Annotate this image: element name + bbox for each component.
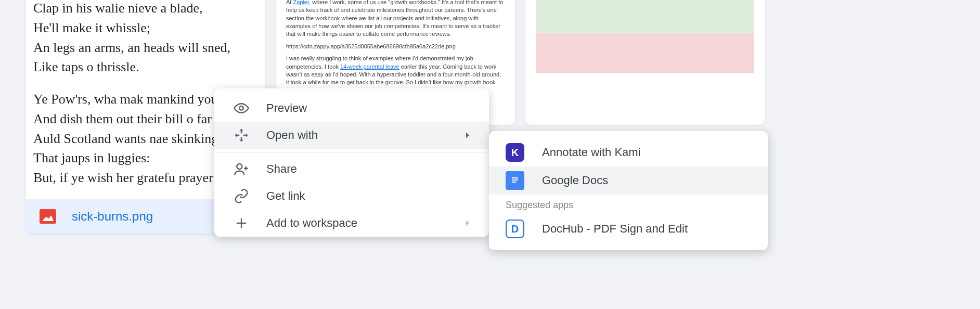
article-url: https://cdn.zappy.app/a3525d0055abe68669…	[286, 43, 505, 50]
google-docs-app-icon	[506, 171, 524, 190]
svg-rect-5	[512, 182, 516, 183]
submenu-label: Annotate with Kami	[542, 146, 641, 159]
open-with-icon	[231, 127, 252, 143]
menu-share[interactable]: Share	[214, 156, 489, 183]
submenu-dochub[interactable]: D DocHub - PDF Sign and Edit	[489, 215, 768, 243]
submenu-label: DocHub - PDF Sign and Edit	[542, 222, 688, 236]
svg-point-0	[239, 106, 243, 110]
dochub-app-icon: D	[506, 220, 524, 238]
menu-label: Add to workspace	[266, 216, 357, 230]
chevron-right-icon	[463, 218, 472, 228]
menu-add-workspace[interactable]: Add to workspace	[214, 210, 489, 237]
file-name: sick-burns.png	[72, 209, 153, 224]
plus-icon	[231, 216, 252, 230]
menu-open-with[interactable]: Open with	[214, 122, 489, 149]
chevron-right-icon	[463, 131, 472, 140]
svg-point-1	[237, 164, 242, 169]
suggested-apps-label: Suggested apps	[489, 195, 768, 215]
submenu-kami[interactable]: K Annotate with Kami	[489, 138, 768, 166]
eye-icon	[231, 100, 252, 116]
menu-label: Preview	[266, 101, 307, 115]
open-with-submenu: K Annotate with Kami Google Docs Suggest…	[489, 131, 768, 250]
poem-line: Like taps o thrissle.	[33, 57, 258, 77]
submenu-google-docs[interactable]: Google Docs	[489, 166, 768, 195]
file-card-spreadsheet[interactable]	[525, 0, 765, 125]
kami-app-icon: K	[506, 143, 524, 162]
article-link: 14-week parental leave	[340, 63, 399, 70]
poem-blank	[33, 77, 258, 89]
menu-label: Share	[266, 162, 297, 176]
svg-rect-4	[512, 179, 518, 181]
image-file-icon	[40, 209, 56, 224]
poem-line: He'll make it whissle;	[33, 18, 258, 38]
menu-get-link[interactable]: Get link	[214, 183, 489, 210]
menu-preview[interactable]: Preview	[214, 95, 489, 122]
article-paragraph: At Zapier, where I work, some of us use …	[286, 0, 505, 38]
context-menu: Preview Open with Share Get link Add to …	[214, 88, 489, 237]
article-link: Zapier	[293, 0, 309, 5]
poem-line: An legs an arms, an heads will sned,	[33, 38, 258, 58]
menu-divider	[214, 152, 489, 152]
spreadsheet-thumbnail	[536, 0, 754, 73]
poem-line: Clap in his walie nieve a blade,	[33, 0, 258, 18]
submenu-label: Google Docs	[542, 174, 608, 187]
link-icon	[231, 188, 252, 204]
menu-label: Open with	[266, 128, 318, 142]
svg-rect-3	[512, 177, 518, 178]
person-add-icon	[231, 161, 252, 177]
menu-label: Get link	[266, 189, 305, 203]
